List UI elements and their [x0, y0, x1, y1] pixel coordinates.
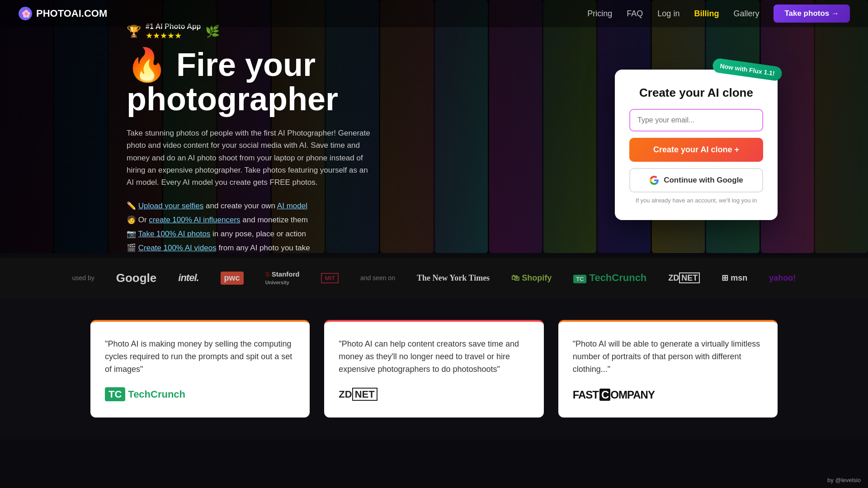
feature-link-ai-model[interactable]: AI model	[277, 202, 307, 210]
intel-logo: intel.	[178, 272, 198, 284]
flux-badge: Now with Flux 1.1!	[712, 57, 783, 81]
take-photos-button[interactable]: Take photos →	[774, 5, 850, 23]
feature-link-selfies[interactable]: Upload your selfies	[138, 202, 204, 210]
nav-billing[interactable]: Billing	[694, 9, 719, 19]
pwc-logo: pwc	[221, 272, 244, 285]
hero-content-area: 🏆 #1 AI Photo App ★★★★★ 🌿 🔥 Fire your ph…	[0, 0, 868, 258]
hero-left: 🏆 #1 AI Photo App ★★★★★ 🌿 🔥 Fire your ph…	[127, 23, 375, 258]
hero-section: 🏆 #1 AI Photo App ★★★★★ 🌿 🔥 Fire your ph…	[0, 0, 868, 258]
logo[interactable]: 🌸 PHOTOAI.COM	[18, 6, 107, 21]
logo-icon: 🌸	[18, 6, 33, 21]
shopify-logo: 🛍 Shopify	[511, 273, 552, 283]
techcrunch-logo-bar: TC TechCrunch	[573, 272, 646, 284]
nav-gallery[interactable]: Gallery	[733, 9, 759, 19]
google-icon	[649, 175, 659, 185]
testimonial-quote-1: "Photo AI is making money by selling the…	[105, 338, 295, 376]
google-signin-button[interactable]: Continue with Google	[629, 168, 763, 192]
create-clone-button[interactable]: Create your AI clone +	[629, 138, 763, 162]
card-title: Create your AI clone	[629, 86, 763, 100]
feature-link-influencers[interactable]: create 100% AI influencers	[149, 216, 240, 224]
hero-features-list: ✏️ Upload your selfies and create your o…	[127, 201, 375, 258]
zdnet-logo-bar: ZDNET	[668, 273, 700, 283]
nytimes-logo: The New York Times	[417, 273, 490, 283]
email-input[interactable]	[629, 109, 763, 131]
stanford-logo: S StanfordUniversity	[265, 270, 300, 286]
hero-description: Take stunning photos of people with the …	[127, 127, 375, 188]
stars: ★★★★★	[146, 31, 201, 41]
google-logo: Google	[116, 271, 157, 285]
nav-pricing[interactable]: Pricing	[587, 9, 612, 19]
signup-card: Now with Flux 1.1! Create your AI clone …	[615, 70, 778, 220]
zdnet-attribution: ZDNET	[339, 389, 529, 400]
testimonial-quote-2: "Photo AI can help content creators save…	[339, 338, 529, 376]
logos-section: used by Google intel. pwc S StanfordUniv…	[0, 258, 868, 298]
hero-title-line1: Fire your	[176, 47, 316, 83]
testimonial-quote-3: "Photo AI will be able to generate a vir…	[573, 338, 763, 376]
feature-packs: ❤️ Run photo packs like Actor Headshots …	[127, 257, 375, 258]
hero-title-line2: photographer	[127, 81, 338, 117]
feature-videos: 🎬 Create 100% AI videos from any AI phot…	[127, 243, 375, 253]
used-by-label: used by	[72, 274, 94, 282]
testimonial-fastcompany: "Photo AI will be able to generate a vir…	[558, 320, 778, 418]
brand-name: PHOTOAI.COM	[36, 8, 107, 19]
feature-selfies: ✏️ Upload your selfies and create your o…	[127, 201, 375, 211]
testimonial-zdnet: "Photo AI can help content creators save…	[324, 320, 543, 418]
hero-title-emoji: 🔥	[127, 47, 167, 83]
navbar: 🌸 PHOTOAI.COM Pricing FAQ Log in Billing…	[0, 0, 868, 27]
feature-link-videos[interactable]: Create 100% AI videos	[138, 244, 217, 252]
fastcompany-attribution: FASTCOMPANY	[573, 389, 763, 401]
byline: by @levelsio	[827, 477, 861, 483]
mit-logo: MIT	[321, 273, 338, 283]
hero-title: 🔥 Fire your photographer	[127, 48, 375, 116]
svg-text:🌸: 🌸	[22, 9, 31, 18]
google-btn-label: Continue with Google	[664, 176, 743, 185]
feature-photos: 📷 Take 100% AI photos in any pose, place…	[127, 229, 375, 239]
nav-faq[interactable]: FAQ	[627, 9, 643, 19]
feature-influencers: 🧑 Or create 100% AI influencers and mone…	[127, 215, 375, 225]
testimonials-section: "Photo AI is making money by selling the…	[0, 298, 868, 439]
yahoo-logo: yahoo!	[769, 273, 796, 283]
seen-on-label: and seen on	[360, 274, 395, 282]
feature-link-photos[interactable]: Take 100% AI photos	[138, 230, 210, 238]
nav-links: Pricing FAQ Log in Billing Gallery Take …	[587, 5, 850, 23]
testimonial-techcrunch: "Photo AI is making money by selling the…	[90, 320, 310, 418]
techcrunch-attribution: TCTechCrunch	[105, 389, 295, 400]
login-hint: If you already have an account, we'll lo…	[629, 197, 763, 204]
msn-logo: ⊞ msn	[722, 273, 747, 283]
nav-login[interactable]: Log in	[657, 9, 679, 19]
